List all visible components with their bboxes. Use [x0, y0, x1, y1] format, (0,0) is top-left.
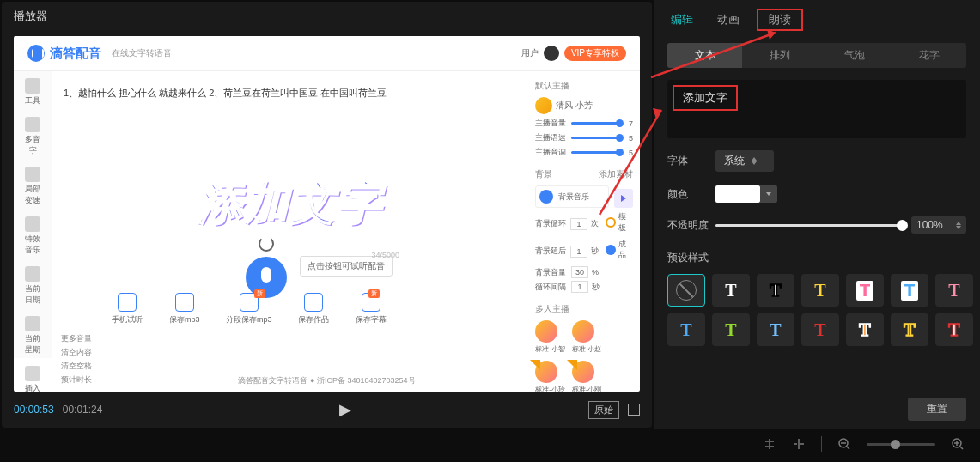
opacity-slider[interactable] — [715, 224, 903, 227]
preset-style[interactable]: T — [935, 274, 973, 307]
preview-tool: 新分段保存mp3 — [226, 293, 272, 325]
preview-tool: 手机试听 — [112, 293, 143, 325]
play-button[interactable]: ▶ — [339, 400, 351, 419]
preview-sidebar: 工具多音字局部变速特效音乐当前日期当前星期插入停顿 — [14, 71, 52, 358]
player-controls: 00:00:53 00:01:24 ▶ 原始 — [2, 395, 652, 428]
preset-style[interactable]: T — [801, 274, 839, 307]
preview-side-item: 工具 — [22, 78, 43, 106]
tab-animation[interactable]: 动画 — [715, 9, 741, 31]
text-placeholder: 添加文字 — [673, 85, 738, 111]
preset-style[interactable]: T — [846, 274, 884, 307]
user-label: 用户 — [521, 47, 539, 59]
subtab-fancy[interactable]: 花字 — [892, 43, 966, 68]
timeline-toolbar — [0, 429, 980, 459]
brand-name: 滴答配音 — [50, 46, 101, 62]
refresh-icon — [259, 236, 274, 252]
preview-tool: 保存mp3 — [169, 293, 200, 325]
subtab-text[interactable]: 文本 — [667, 43, 742, 68]
time-current: 00:00:53 — [14, 404, 54, 416]
preset-style[interactable]: T — [667, 313, 705, 346]
text-input-area[interactable]: 添加文字 — [667, 80, 966, 138]
tab-read-aloud[interactable]: 朗读 — [767, 9, 793, 29]
preset-style[interactable] — [667, 274, 705, 307]
preset-label: 预设样式 — [667, 251, 966, 265]
sample-text: 1、越怕什么 担心什么 就越来什么 2、荷兰豆在荷兰叫中国豆 在中国叫荷兰豆 — [64, 87, 516, 100]
preset-style[interactable]: T — [935, 313, 973, 346]
preset-style[interactable]: T — [846, 313, 884, 346]
preset-style[interactable]: T — [757, 274, 794, 307]
subtab-bubble[interactable]: 气泡 — [817, 43, 892, 68]
brand-logo-icon — [27, 45, 45, 62]
brand-sub: 在线文字转语音 — [112, 47, 172, 59]
preview-footer: 滴答配音文字转语音 ● 浙ICP备 34010402703254号 — [14, 375, 640, 386]
video-preview: 滴答配音 在线文字转语音 用户 VIP专享特权 工具多音字局部变速特效音乐当前日… — [14, 36, 640, 392]
reset-button[interactable]: 重置 — [908, 398, 966, 421]
zoom-slider[interactable] — [867, 443, 935, 446]
opacity-label: 不透明度 — [667, 218, 715, 233]
align-icon[interactable] — [763, 437, 776, 451]
zoom-in-icon[interactable] — [951, 437, 965, 451]
ratio-selector[interactable]: 原始 — [588, 401, 619, 419]
preset-style[interactable]: T — [891, 313, 928, 346]
preview-side-item: 当前日期 — [22, 266, 43, 306]
preset-style[interactable]: T — [757, 313, 794, 346]
zoom-out-icon[interactable] — [837, 437, 851, 451]
preview-side-item: 特效音乐 — [22, 216, 43, 256]
preview-tool: 保存作品 — [298, 293, 329, 325]
preview-side-item: 局部变速 — [22, 167, 43, 206]
preset-style[interactable]: T — [712, 313, 750, 346]
font-select[interactable]: 系统 — [715, 150, 774, 172]
player-panel: 播放器 滴答配音 在线文字转语音 用户 VIP专享特权 工具多音字 — [2, 2, 652, 428]
split-icon[interactable] — [792, 437, 806, 451]
vip-badge: VIP专享特权 — [564, 46, 626, 61]
avatar — [544, 46, 559, 61]
preset-style[interactable]: T — [801, 313, 839, 346]
char-count: 34/5000 — [371, 251, 399, 259]
player-title: 播放器 — [2, 2, 652, 31]
preview-tool: 新保存字幕 — [356, 293, 387, 325]
fullscreen-icon[interactable] — [628, 404, 640, 416]
preview-side-item: 多音字 — [22, 117, 43, 156]
time-duration: 00:01:24 — [63, 404, 103, 416]
font-label: 字体 — [667, 154, 715, 168]
mic-button-icon — [246, 257, 287, 298]
opacity-value[interactable]: 100% — [911, 216, 966, 234]
properties-panel: 编辑 动画 朗读 文本 排列 气泡 花字 添加文字 字体 系统 颜色 — [654, 0, 980, 429]
color-dropdown[interactable] — [760, 185, 777, 203]
overlay-caption: 添加文字 — [198, 173, 383, 234]
subtab-arrange[interactable]: 排列 — [742, 43, 817, 68]
color-swatch[interactable] — [715, 185, 760, 203]
preview-side-item: 当前星期 — [22, 316, 43, 356]
preset-style[interactable]: T — [712, 274, 750, 307]
preset-style[interactable]: T — [891, 274, 928, 307]
tab-edit[interactable]: 编辑 — [669, 9, 695, 31]
color-label: 颜色 — [667, 187, 715, 202]
